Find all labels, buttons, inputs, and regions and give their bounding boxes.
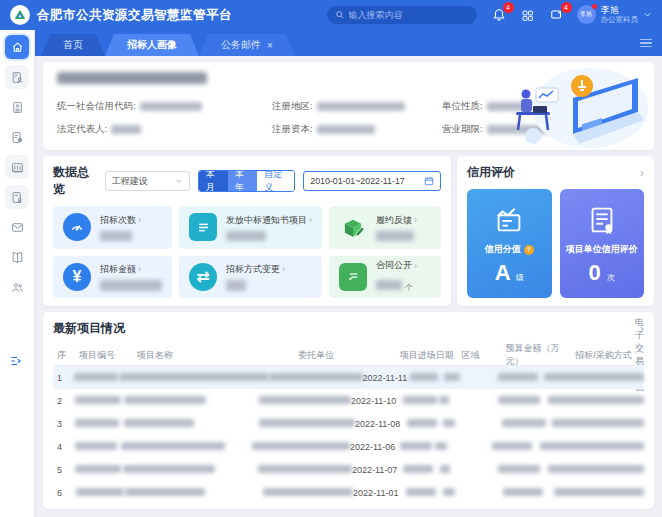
notifications-bell-icon[interactable]: 4 <box>491 7 507 23</box>
user-role: 办公室科员 <box>601 16 639 24</box>
category-select[interactable]: 工程建设 <box>105 171 190 191</box>
mail-icon <box>11 221 24 234</box>
building-icon <box>11 161 24 174</box>
stat-bid-amount[interactable]: ¥ 招标金额› <box>53 256 172 299</box>
tab-bidder-profile[interactable]: 招标人画像 <box>105 34 199 56</box>
sidebar-item-book[interactable] <box>5 245 29 269</box>
chevron-right-icon: › <box>138 264 141 274</box>
yen-icon: ¥ <box>63 263 91 291</box>
sidebar-item-users[interactable] <box>5 275 29 299</box>
messages-icon[interactable]: 4 <box>549 7 565 23</box>
segment-this-month[interactable]: 本月 <box>199 171 228 191</box>
stat-performance-feedback[interactable]: 履约反馈› <box>329 206 441 249</box>
search-input[interactable] <box>349 10 459 20</box>
doc-gear-icon <box>11 131 24 144</box>
segment-custom[interactable]: 自定义 <box>257 171 294 191</box>
chevron-right-icon: › <box>282 264 285 274</box>
sidebar-item-mail[interactable] <box>5 215 29 239</box>
page-title: 合肥市公共资源交易智慧监管平台 <box>37 7 232 24</box>
top-header: 合肥市公共资源交易智慧监管平台 4 4 李旭 李旭 <box>0 0 662 30</box>
calendar-icon <box>424 176 434 186</box>
company-illustration <box>478 64 648 148</box>
briefcase-chart-icon <box>492 203 526 237</box>
overview-title: 数据总览 <box>53 164 97 198</box>
credit-more-link[interactable]: › <box>640 167 644 179</box>
credit-score-card[interactable]: 信用分值? A 级 <box>467 189 552 298</box>
field-legal-rep: 法定代表人: <box>57 123 272 136</box>
table-row[interactable]: 6 2022-11-01 <box>53 481 644 504</box>
book-icon <box>11 251 24 264</box>
search-icon <box>335 10 345 20</box>
doc-badge-icon <box>11 191 24 204</box>
swap-icon: ⇄ <box>189 263 217 291</box>
table-row[interactable]: 2 2022-11-10 <box>53 389 644 412</box>
data-overview-panel: 数据总览 工程建设 本月 本年 自定义 2010-01-01~2022-11-1… <box>43 156 451 306</box>
sidebar-item-doc-user[interactable] <box>5 65 29 89</box>
sidebar-item-home[interactable] <box>5 35 29 59</box>
stat-contract-publicity[interactable]: 合同公开› 个 <box>329 256 441 299</box>
chevron-down-icon <box>643 10 652 19</box>
id-card-icon <box>11 101 24 114</box>
notification-dot <box>592 4 597 9</box>
stat-method-change[interactable]: ⇄ 招标方式变更› <box>179 256 322 299</box>
projects-table: 序 项目编号 项目名称 委托单位 项目进场日期 区域 预算金额（万元） 招标/采… <box>53 345 644 504</box>
platform-logo-icon <box>10 5 30 25</box>
chevron-right-icon: › <box>138 215 141 225</box>
apps-grid-icon[interactable] <box>520 7 536 23</box>
bell-badge: 4 <box>503 2 514 13</box>
tab-home[interactable]: 首页 <box>41 34 105 56</box>
table-row[interactable]: 1 2022-11-11 <box>53 366 644 389</box>
stat-award-notices[interactable]: 发放中标通知书项目› <box>179 206 322 249</box>
credit-title: 信用评价 <box>467 164 515 181</box>
list-icon <box>189 213 217 241</box>
chevron-right-icon: › <box>414 261 417 271</box>
chevron-right-icon: › <box>414 215 417 225</box>
chevron-down-icon <box>175 177 183 185</box>
sidebar-item-doc-gear[interactable] <box>5 125 29 149</box>
period-segmented-control: 本月 本年 自定义 <box>198 170 296 192</box>
chevron-right-icon: › <box>309 215 312 225</box>
table-row[interactable]: 3 2022-11-08 <box>53 412 644 435</box>
stat-bid-count[interactable]: 招标次数› <box>53 206 172 249</box>
projects-title: 最新项目情况 <box>53 320 125 337</box>
app-window: 合肥市公共资源交易智慧监管平台 4 4 李旭 李旭 <box>0 0 662 517</box>
segment-this-year[interactable]: 本年 <box>228 171 257 191</box>
unit-credit-evaluation-card[interactable]: 项目单位信用评价 0 次 <box>560 189 645 298</box>
users-icon <box>11 281 24 294</box>
latest-projects-panel: 最新项目情况 › 序 项目编号 项目名称 委托单位 项目进场日期 区域 预算金额… <box>43 312 654 509</box>
global-search[interactable] <box>327 6 477 24</box>
collapse-sidebar-icon[interactable] <box>9 354 23 372</box>
company-info-card: 统一社会信用代码: 注册地区: 单位性质: 法定代表人: 注册资本: 营业期限: <box>43 62 654 150</box>
sidebar-item-building[interactable] <box>5 155 29 179</box>
sidebar-item-id-card[interactable] <box>5 95 29 119</box>
field-register-capital: 注册资本: <box>272 123 442 136</box>
table-row[interactable]: 5 2022-11-07 <box>53 458 644 481</box>
table-header-row: 序 项目编号 项目名称 委托单位 项目进场日期 区域 预算金额（万元） 招标/采… <box>53 345 644 366</box>
main-content: 统一社会信用代码: 注册地区: 单位性质: 法定代表人: 注册资本: 营业期限: <box>35 56 662 517</box>
field-credit-code: 统一社会信用代码: <box>57 100 272 113</box>
gauge-icon <box>63 213 91 241</box>
left-sidebar <box>0 30 35 517</box>
sidebar-item-doc-badge[interactable] <box>5 185 29 209</box>
avatar: 李旭 <box>577 5 596 24</box>
user-menu[interactable]: 李旭 李旭 办公室科员 <box>577 5 653 24</box>
date-range-picker[interactable]: 2010-01-01~2022-11-17 <box>303 171 441 191</box>
close-tab-icon[interactable]: × <box>267 40 273 51</box>
box-pencil-icon <box>339 213 367 241</box>
home-icon <box>11 41 24 54</box>
tab-official-mail[interactable]: 公务邮件 × <box>199 34 295 56</box>
contract-icon <box>339 263 367 291</box>
field-register-region: 注册地区: <box>272 100 442 113</box>
messages-badge: 4 <box>561 2 572 13</box>
doc-user-icon <box>11 71 24 84</box>
doc-medal-icon <box>585 203 619 237</box>
tab-menu-icon[interactable] <box>640 39 652 48</box>
credit-evaluation-panel: 信用评价 › 信用分值? A 级 项目单位信用评价 0 次 <box>457 156 654 306</box>
tab-bar: 首页 招标人画像 公务邮件 × <box>35 30 662 56</box>
help-icon[interactable]: ? <box>524 245 534 255</box>
table-row[interactable]: 4 2022-11-06 <box>53 435 644 458</box>
company-name-redacted <box>57 72 207 84</box>
